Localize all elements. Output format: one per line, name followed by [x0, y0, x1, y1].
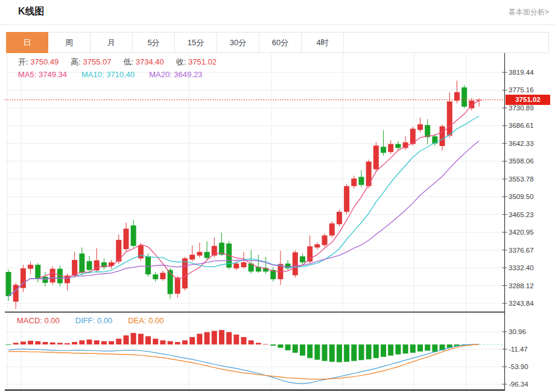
ma10-line [8, 116, 479, 296]
macd-row-macd: MACD: 0.00 [17, 316, 60, 325]
svg-text:3376.67: 3376.67 [509, 247, 534, 254]
svg-text:3243.84: 3243.84 [509, 300, 534, 307]
tab-15min[interactable]: 15分 [175, 32, 217, 53]
svg-text:3509.50: 3509.50 [509, 193, 534, 200]
ma-legend: MA5: 3749.34MA10: 3710.40MA20: 3649.23 [18, 70, 202, 79]
tab-week[interactable]: 周 [48, 32, 90, 53]
tab-60min[interactable]: 60分 [259, 32, 302, 53]
svg-text:30.96: 30.96 [509, 328, 526, 335]
svg-text:3420.95: 3420.95 [509, 229, 534, 236]
ma-row-ma5: MA5: 3749.34 [18, 70, 67, 79]
kline-chart-canvas[interactable]: 3819.443775.163730.893686.613642.333598.… [0, 53, 555, 392]
ma-row-ma10: MA10: 3710.40 [81, 70, 135, 79]
macd-row-dea: DEA: 0.00 [128, 316, 163, 325]
svg-text:3332.40: 3332.40 [509, 264, 534, 271]
svg-text:3598.06: 3598.06 [509, 157, 534, 165]
period-tab-bar: 日周月5分15分30分60分4时 [6, 32, 549, 53]
ohlc-row-close: 收: 3751.02 [176, 57, 217, 68]
svg-text:3819.44: 3819.44 [509, 69, 534, 76]
svg-text:-96.34: -96.34 [509, 381, 528, 388]
tab-bar-filler [344, 32, 549, 53]
macd-row-diff: DIFF: 0.00 [75, 316, 112, 325]
dea-line [8, 344, 479, 379]
current-price-badge: 3751.02 [506, 95, 550, 105]
axis-labels: 3819.443775.163730.893686.613642.333598.… [503, 69, 534, 388]
svg-text:3553.78: 3553.78 [509, 175, 534, 183]
gridlines [5, 53, 505, 390]
fundamental-analysis-link[interactable]: 基本面分析> [509, 7, 549, 17]
svg-text:3288.12: 3288.12 [509, 282, 534, 289]
ma-row-ma20: MA20: 3649.23 [149, 70, 202, 79]
svg-text:3730.89: 3730.89 [509, 104, 534, 112]
ohlc-legend: 开: 3750.49高: 3755.07低: 3734.40收: 3751.02 [18, 57, 217, 68]
page-title: K线图 [18, 5, 45, 18]
tab-4hour[interactable]: 4时 [302, 32, 344, 53]
tab-5min[interactable]: 5分 [133, 32, 175, 53]
axes [5, 53, 505, 391]
candlestick-series [6, 81, 482, 309]
ohlc-row-high: 高: 3755.07 [71, 57, 111, 68]
tab-month[interactable]: 月 [90, 32, 133, 53]
svg-text:3465.23: 3465.23 [509, 211, 534, 218]
diff-line [8, 344, 479, 384]
svg-text:-53.90: -53.90 [509, 363, 528, 370]
macd-histogram [6, 330, 475, 362]
svg-text:3642.33: 3642.33 [509, 140, 534, 147]
ohlc-row-low: 低: 3734.40 [123, 57, 163, 68]
kline-module: K线图 基本面分析> 日周月5分15分30分60分4时 3819.443775.… [0, 0, 555, 392]
ohlc-row-open: 开: 3750.49 [18, 57, 59, 68]
macd-legend: MACD: 0.00DIFF: 0.00DEA: 0.00 [17, 316, 164, 325]
svg-text:3775.16: 3775.16 [509, 86, 534, 93]
tab-30min[interactable]: 30分 [217, 32, 259, 53]
tab-day[interactable]: 日 [6, 32, 48, 53]
svg-text:-11.47: -11.47 [509, 346, 528, 353]
svg-text:3686.61: 3686.61 [509, 122, 534, 129]
module-header: K线图 基本面分析> [0, 0, 555, 25]
